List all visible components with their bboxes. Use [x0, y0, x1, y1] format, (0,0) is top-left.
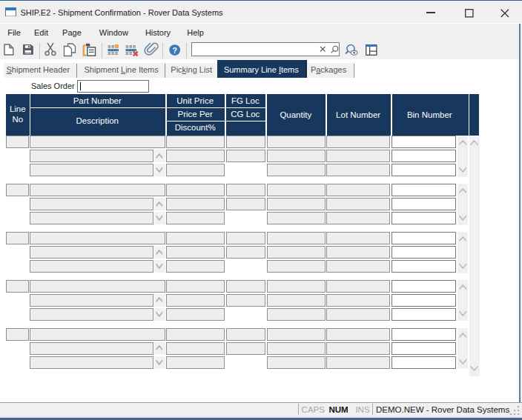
svg-text:?: ? [172, 46, 176, 55]
